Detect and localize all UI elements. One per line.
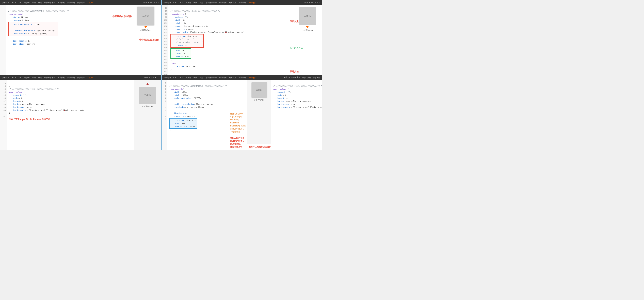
nav-item[interactable]: 协议规则 (239, 76, 246, 79)
nav-item[interactable]: 企业团购 (58, 1, 65, 4)
nav-item[interactable]: 有品 (38, 1, 42, 4)
nav-bar-1: 小米商城 MIUI IoT 云服务 金融 有品 小爱开放平台 企业团购 资质证照… (0, 0, 161, 5)
nav-register[interactable]: 注册 (307, 76, 311, 79)
nav-select-location-2[interactable]: Select Location (304, 1, 320, 3)
annotation-3b: 居中对其方式 (290, 47, 303, 49)
nav-select-location[interactable]: Select Location (142, 1, 159, 3)
nav-item[interactable]: 小爱开放平台 (44, 1, 55, 4)
nav-item[interactable]: 金融 (194, 1, 197, 4)
nav-item[interactable]: 企业团购 (219, 76, 226, 79)
code-panel-2: /* ############### 小三角 #################… (168, 5, 288, 75)
nav-item[interactable]: 小爱开放平台 (206, 76, 217, 79)
nav-item[interactable]: 小米商城 (2, 1, 9, 4)
nav-item[interactable]: 小米商城 (163, 1, 171, 4)
nav-item[interactable]: 金融 (32, 1, 36, 4)
annotation-1-text: ①背景调白添加阴影 (139, 38, 159, 41)
annotation-5: ⑤将小三角颜色调回白色 (248, 144, 322, 150)
nav-download-app-2[interactable]: 下载app (248, 1, 256, 4)
nav-login[interactable]: 登录 (302, 76, 306, 79)
nav-item[interactable]: 小米商城 (2, 76, 9, 79)
nav-item[interactable]: MIUI (173, 77, 178, 79)
nav-item[interactable]: 云服务 (24, 76, 30, 79)
nav-item[interactable]: 金融 (194, 76, 197, 79)
nav-download-app[interactable]: 下载app (87, 1, 94, 4)
nav-download-app-4[interactable]: 下载app (248, 76, 256, 79)
line-numbers-3: 91 92 93 94 95 96 97 98 99 100 101 (0, 80, 7, 150)
nav-item[interactable]: 资质证照 (229, 76, 236, 79)
nav-item[interactable]: 企业团购 (58, 76, 65, 79)
nav-item[interactable]: 有品 (38, 76, 42, 79)
annotation-1: ①背景调白添加阴影 (112, 15, 132, 18)
nav-item[interactable]: 资质证照 (67, 1, 75, 4)
nav-item[interactable]: 小米商城 (163, 76, 171, 79)
nav-item[interactable]: 有品 (200, 1, 203, 4)
annotation-4b: ④给二维码容器添加绝对定位，脱离文档流。通过计算居中 (230, 136, 246, 149)
nav-item[interactable]: 金融 (32, 76, 36, 79)
nav-item[interactable]: IoT (180, 77, 183, 79)
nav-item[interactable]: IoT (180, 1, 183, 3)
qr-preview-3: 二维码 (139, 87, 156, 104)
nav-item[interactable]: 企业团购 (219, 1, 226, 4)
qr-preview-4: 二维码 (252, 82, 267, 98)
nav-item[interactable]: IoT (18, 1, 22, 3)
nav-item[interactable]: 资质证照 (229, 1, 236, 4)
nav-item[interactable]: 协议规则 (77, 76, 84, 79)
code-panel-4b: /* ############### 小三角 #################… (271, 80, 322, 144)
qr-label-3: 小米商城app (142, 105, 153, 108)
nav-bar-2: 小米商城 MIUI IoT 云服务 金融 有品 小爱开放平台 企业团购 资质证照… (162, 0, 322, 5)
nav-item[interactable]: 有品 (200, 76, 203, 79)
qr-label-4: 小米商城app (254, 99, 264, 101)
line-numbers-4: 7 8 9 0 1 2 3 4 5 6 } (162, 80, 168, 150)
nav-download-app-3[interactable]: 下载app (87, 76, 94, 79)
nav-item[interactable]: 协议规则 (77, 1, 84, 4)
nav-item[interactable]: MIUI (12, 1, 16, 3)
line-numbers-2: 96 97 98 99 100 101 102 103 104 105 106 … (162, 5, 168, 75)
nav-item[interactable]: 协议规则 (239, 1, 246, 4)
qr-triangle-red (146, 83, 149, 85)
code-panel-1: /* ############### 二维码样式添加 #############… (6, 5, 137, 75)
annotation-4: 此处可以用css3中的水平移动left: 50%;transform: tran… (230, 112, 246, 133)
nav-item[interactable]: 资质证照 (67, 76, 75, 79)
nav-item[interactable]: MIUI (12, 77, 16, 79)
annotation-3: ③添加定位，使小三角居中 (290, 20, 316, 23)
nav-bar-4: 小米商城 MIUI IoT 云服务 金融 有品 小爱开放平台 企业团购 资质证照… (162, 75, 322, 80)
nav-select-location-3[interactable]: Select Loca... (144, 77, 159, 79)
nav-select-location-4[interactable]: Select Location (284, 76, 300, 79)
nav-item[interactable]: 云服务 (24, 1, 30, 4)
nav-message[interactable]: 消息通知 (313, 76, 320, 79)
nav-item[interactable]: 云服务 (186, 1, 191, 4)
nav-item[interactable]: 小爱开放平台 (44, 76, 55, 79)
nav-item[interactable]: MIUI (173, 1, 178, 3)
nav-item[interactable]: 云服务 (186, 76, 191, 79)
line-numbers-1 (0, 5, 6, 75)
nav-item[interactable]: IoT (18, 77, 22, 79)
nav-bar-3: 小米商城 MIUI IoT 云服务 金融 有品 小爱开放平台 企业团购 资质证照… (0, 75, 161, 80)
code-panel-3: , /* ############### 小三角 ###############… (7, 80, 134, 150)
code-panel-4: /* ############### 二维码样式添加 #############… (168, 80, 229, 150)
nav-item[interactable]: 小爱开放平台 (206, 1, 217, 4)
